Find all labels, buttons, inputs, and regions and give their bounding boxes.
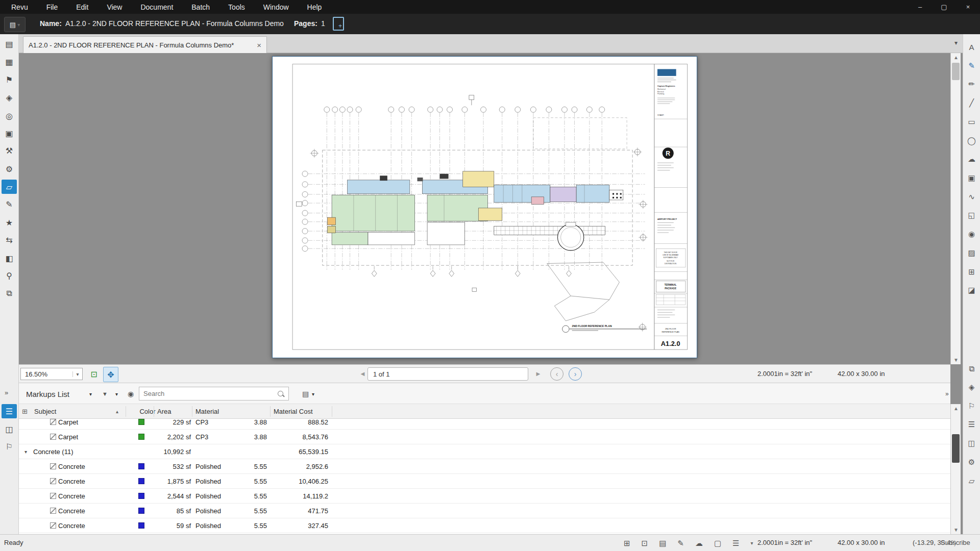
bookmarks-icon[interactable]: ⚑ — [2, 72, 17, 87]
menu-revu[interactable]: Revu — [11, 3, 28, 11]
column-subject[interactable]: Subject — [34, 404, 56, 419]
menu-tools[interactable]: Tools — [228, 3, 245, 11]
scroll-up-icon[interactable]: ▲ — [951, 53, 961, 62]
pdf-page[interactable]: 2ND FLOOR REFERENCE PLAN — [272, 56, 697, 358]
highlighter-tool-icon[interactable]: ✏ — [965, 78, 978, 91]
image-tool-icon[interactable]: ▨ — [965, 246, 978, 260]
rectangle-tool-icon[interactable]: ▭ — [965, 115, 978, 129]
chevron-down-icon[interactable]: ▾ — [312, 383, 314, 405]
expand-panel-icon[interactable]: » — [5, 389, 7, 396]
markups-scrollbar-thumb[interactable] — [952, 434, 960, 463]
add-page-icon[interactable]: + — [333, 17, 344, 31]
measure-tool-icon[interactable]: ▱ — [965, 474, 978, 488]
previous-view-button[interactable]: ‹ — [550, 367, 564, 381]
tab-close-icon[interactable]: × — [257, 41, 261, 49]
column-material-cost[interactable]: Material Cost — [274, 404, 313, 419]
measurements-icon[interactable]: ▱ — [2, 180, 17, 194]
compare-icon[interactable]: ⇆ — [2, 233, 17, 247]
menu-view[interactable]: View — [107, 3, 122, 11]
search-box[interactable] — [139, 387, 289, 400]
markup-row[interactable]: Concrete85 sfPolished5.55471.75 — [19, 504, 950, 518]
list-tool-icon[interactable]: ☰ — [965, 418, 978, 431]
previous-page-icon[interactable]: ◄ — [359, 370, 366, 378]
document-tab[interactable]: A1.2.0 - 2ND FLOOR REFERENCE PLAN - Form… — [23, 36, 267, 53]
3d-model-icon[interactable]: ◫ — [2, 422, 17, 436]
page-nav-box[interactable]: 1 of 1 — [368, 367, 528, 381]
file-menu-button[interactable]: ▤▾ — [4, 17, 26, 32]
menu-window[interactable]: Window — [263, 3, 289, 11]
links-tool-icon[interactable]: ⧉ — [965, 362, 978, 375]
maximize-button[interactable]: ▢ — [932, 0, 956, 14]
crop-tool-icon[interactable]: ⊞ — [965, 265, 978, 279]
menu-edit[interactable]: Edit — [76, 3, 88, 11]
menu-batch[interactable]: Batch — [191, 3, 210, 11]
scroll-down-icon[interactable]: ▼ — [951, 356, 961, 364]
line-tool-icon[interactable]: ╱ — [965, 96, 978, 110]
markup-row[interactable]: Carpet229 sfCP33.88888.52 — [19, 419, 950, 430]
chevron-down-icon[interactable]: ▾ — [89, 383, 92, 405]
collapse-group-icon[interactable]: ▾ — [24, 444, 27, 459]
layers-icon[interactable]: ◈ — [2, 90, 17, 105]
polyline-tool-icon[interactable]: ∿ — [965, 190, 978, 204]
markup-row[interactable]: Concrete59 sfPolished5.55327.45 — [19, 518, 950, 533]
close-button[interactable]: × — [956, 0, 980, 14]
menu-help[interactable]: Help — [307, 3, 322, 11]
viewer-scrollbar[interactable]: ▲ ▼ — [950, 53, 961, 364]
split-tool-icon[interactable]: ◫ — [965, 437, 978, 450]
properties-icon[interactable]: ⚙ — [2, 162, 17, 176]
markup-group-row[interactable]: ▾Concrete (11)10,992 sf65,539.15 — [19, 444, 950, 459]
fit-page-button[interactable]: ⊡ — [87, 367, 101, 381]
markup-row[interactable]: Concrete532 sfPolished5.552,952.6 — [19, 459, 950, 474]
snap-icon[interactable]: ⊡ — [642, 539, 648, 548]
flag-tool-icon[interactable]: ⚐ — [965, 399, 978, 413]
menu-file[interactable]: File — [46, 3, 58, 11]
zoom-select[interactable]: 16.50% ▾ — [20, 368, 83, 380]
document-icon[interactable]: ▢ — [714, 539, 721, 548]
cloud-icon[interactable]: ☁ — [695, 539, 703, 548]
chevron-down-icon[interactable]: ▾ — [72, 371, 82, 377]
cloud-tool-icon[interactable]: ☁ — [965, 153, 978, 166]
markups-list-icon[interactable]: ☰ — [2, 404, 17, 418]
search-input[interactable] — [139, 389, 278, 398]
text-tool-icon[interactable]: A — [965, 40, 978, 54]
fill-icon[interactable]: ◧ — [2, 251, 17, 265]
search-icon[interactable]: ⚲ — [2, 268, 17, 283]
column-material[interactable]: Material — [195, 404, 219, 419]
markup-row[interactable]: Concrete1,875 sfPolished5.5510,406.25 — [19, 474, 950, 489]
chevron-down-icon[interactable]: ▾ — [115, 383, 118, 405]
markup-row[interactable]: Concrete2,544 sfPolished5.5514,119.2 — [19, 489, 950, 504]
eraser-tool-icon[interactable]: ◪ — [965, 284, 978, 297]
pan-tool-button[interactable]: ✥ — [103, 367, 118, 382]
settings-tool-icon[interactable]: ⚙ — [965, 456, 978, 469]
page-setup-icon[interactable]: ▤ — [659, 539, 666, 548]
grid-icon[interactable]: ⊞ — [624, 539, 630, 548]
tool-chest-icon[interactable]: ⚒ — [2, 143, 17, 158]
scroll-down-icon[interactable]: ▼ — [951, 525, 961, 534]
markups-icon[interactable]: ✎ — [2, 197, 17, 211]
flags-icon[interactable]: ⚐ — [2, 439, 17, 454]
tool-sets-icon[interactable]: ★ — [2, 215, 17, 230]
viewer-scrollbar-thumb[interactable] — [952, 63, 960, 80]
next-page-icon[interactable]: ► — [535, 370, 542, 378]
document-viewer[interactable]: 2ND FLOOR REFERENCE PLAN — [19, 53, 950, 364]
hyperlinks-icon[interactable]: ⧉ — [2, 286, 17, 300]
filter-icon[interactable]: ▼ — [102, 383, 108, 405]
expand-all-icon[interactable]: ⊞ — [22, 404, 28, 419]
ellipse-tool-icon[interactable]: ◯ — [965, 134, 978, 147]
places-icon[interactable]: ◎ — [2, 109, 17, 123]
collapse-panel-icon[interactable]: » — [945, 383, 948, 405]
signature-icon[interactable]: ✎ — [677, 539, 684, 548]
callout-tool-icon[interactable]: ▣ — [965, 171, 978, 185]
layers-tool-icon[interactable]: ◈ — [965, 381, 978, 394]
visibility-eye-icon[interactable]: ◉ — [128, 383, 134, 405]
markups-scrollbar[interactable]: ▲ ▼ — [950, 404, 961, 534]
file-access-icon[interactable]: ▤ — [2, 37, 17, 51]
stamp-tool-icon[interactable]: ◉ — [965, 228, 978, 241]
minimize-button[interactable]: – — [908, 0, 932, 14]
tab-list-chevron-icon[interactable]: ▾ — [954, 39, 958, 46]
next-view-button[interactable]: › — [569, 367, 582, 381]
chevron-down-icon[interactable]: ▾ — [751, 540, 753, 546]
area-tool-icon[interactable]: ◱ — [965, 209, 978, 222]
thumbnails-icon[interactable]: ▦ — [2, 55, 17, 69]
spaces-icon[interactable]: ▣ — [2, 126, 17, 140]
